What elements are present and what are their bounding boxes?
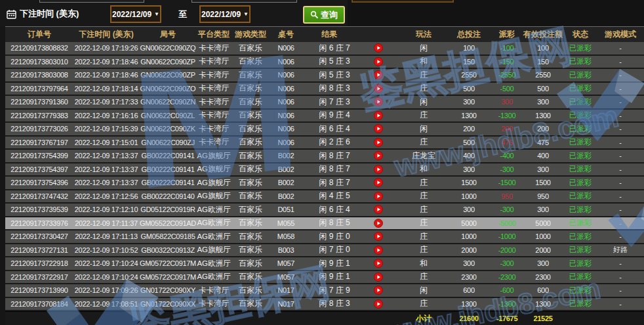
- game-type-cell: 百家乐: [231, 298, 270, 309]
- platform-type-cell: 卡卡湾厅: [197, 286, 231, 295]
- payout-cell: -150: [492, 58, 522, 66]
- platform-type-cell: AG旗舰厅: [197, 178, 231, 188]
- game-type-cell: 百家乐: [231, 163, 270, 175]
- table-row[interactable]: 221209173791360 2022-12-09 17:17:33 GN00…: [5, 96, 644, 110]
- replay-play-icon[interactable]: [374, 138, 383, 147]
- replay-play-icon[interactable]: [374, 57, 383, 66]
- toolbar-background-panel: [348, 0, 644, 26]
- replay-play-icon[interactable]: [374, 286, 383, 295]
- date-from-select[interactable]: 2022/12/09 ▼: [110, 5, 161, 23]
- replay-play-icon[interactable]: [374, 205, 383, 214]
- bet-time-filter-label: 下注时间 (美东): [7, 8, 79, 20]
- play-method-cell: 闲: [401, 97, 446, 108]
- valid-bet-cell: 300: [522, 165, 564, 173]
- table-row[interactable]: 221209173730427 2022-12-09 17:11:13 GM05…: [5, 230, 644, 244]
- replay-play-icon[interactable]: [374, 84, 383, 93]
- total-bet-cell: 150: [446, 58, 492, 66]
- play-method-cell: 庄: [401, 217, 446, 228]
- table-row[interactable]: 221209173739539 2022-12-09 17:12:10 GD05…: [5, 204, 644, 217]
- replay-play-icon[interactable]: [374, 111, 383, 120]
- table-row[interactable]: 221209173754396 2022-12-09 17:13:37 GB00…: [5, 177, 644, 190]
- table-row[interactable]: 221209173722918 2022-12-09 17:10:24 GM05…: [5, 257, 644, 271]
- replay-play-icon[interactable]: [374, 178, 383, 187]
- round-number-cell: GN00622C090ZP: [139, 58, 197, 66]
- result-cell: 闲 5 庄 3: [302, 56, 401, 67]
- replay-play-icon[interactable]: [374, 124, 383, 133]
- table-row[interactable]: 221209173779383 2022-12-09 17:16:16 GN00…: [5, 110, 644, 123]
- replay-play-icon[interactable]: [374, 246, 383, 255]
- play-method-cell: 庄: [401, 244, 446, 255]
- replay-play-icon[interactable]: [374, 299, 383, 309]
- payout-cell: -5000: [492, 219, 522, 227]
- table-row[interactable]: 221209173733976 2022-12-09 17:11:37 GM05…: [5, 217, 644, 231]
- game-mode-cell: -: [597, 300, 644, 308]
- valid-bet-cell: 150: [522, 58, 564, 66]
- replay-play-icon[interactable]: [374, 165, 383, 174]
- order-number-cell: 221209173754399: [5, 152, 73, 160]
- total-bet-cell: 400: [446, 152, 492, 160]
- round-number-cell: GB00222C09141: [139, 165, 197, 173]
- valid-bet-cell: 2300: [522, 273, 564, 281]
- replay-play-icon[interactable]: [374, 192, 383, 201]
- table-row[interactable]: 221209173708184 2022-12-09 17:08:51 GN01…: [5, 298, 644, 312]
- table-row[interactable]: 221209173754399 2022-12-09 17:13:37 GB00…: [5, 150, 644, 163]
- table-number-cell: B002: [270, 165, 302, 173]
- table-row[interactable]: 221209173747432 2022-12-09 17:12:56 GB00…: [5, 190, 644, 204]
- bet-time-cell: 2022-12-09 17:11:13: [73, 232, 139, 240]
- status-badge: 已派彩: [564, 56, 597, 66]
- column-header: 游戏类型: [231, 29, 270, 40]
- game-mode-cell: -: [597, 232, 644, 240]
- play-method-cell: 和: [401, 258, 446, 269]
- date-to-select[interactable]: 2022/12/09 ▼: [199, 5, 251, 23]
- column-header: 结果: [302, 29, 401, 40]
- game-type-cell: 百家乐: [231, 204, 270, 215]
- game-type-cell: 百家乐: [231, 70, 270, 81]
- replay-play-icon[interactable]: [374, 70, 383, 79]
- replay-play-icon[interactable]: [374, 97, 383, 106]
- bet-time-cell: 2022-12-09 17:12:10: [73, 206, 139, 213]
- table-row[interactable]: 221209173767197 2022-12-09 17:15:01 GN00…: [5, 137, 644, 150]
- platform-type-cell: AG旗舰厅: [197, 151, 231, 161]
- round-number-cell: GN00622C090ZO: [139, 85, 197, 93]
- replay-play-icon[interactable]: [374, 232, 383, 241]
- result-text: 闲 5 庄 3: [302, 56, 367, 67]
- table-row[interactable]: 221209173797964 2022-12-09 17:18:14 GN00…: [5, 83, 644, 97]
- table-number-cell: N017: [270, 286, 302, 294]
- bet-time-filter-text: 下注时间 (美东): [20, 8, 79, 20]
- replay-play-icon[interactable]: [374, 219, 383, 228]
- status-badge: 已派彩: [564, 245, 597, 255]
- total-bet-cell: 1000: [446, 232, 492, 240]
- result-cell: 闲 7 庄 0: [302, 244, 401, 255]
- result-text: 闲 7 庄 9: [302, 285, 367, 296]
- replay-play-icon[interactable]: [374, 272, 383, 282]
- replay-play-icon[interactable]: [374, 43, 383, 53]
- replay-play-icon[interactable]: [374, 259, 383, 268]
- order-number-cell: 221209173779383: [5, 112, 73, 119]
- order-number-cell: 221209173730427: [5, 232, 73, 240]
- game-type-cell: 百家乐: [231, 137, 270, 148]
- table-row[interactable]: 221209173754397 2022-12-09 17:13:37 GB00…: [5, 163, 644, 177]
- table-row[interactable]: 221209173727131 2022-12-09 17:10:52 GB00…: [5, 244, 644, 258]
- cropped-input-top-3: [352, 0, 454, 3]
- round-number-cell: GB00222C09141: [139, 152, 197, 160]
- replay-play-icon[interactable]: [374, 151, 383, 160]
- table-row[interactable]: 221209173713990 2022-12-09 17:09:26 GN01…: [5, 284, 644, 298]
- game-type-cell: 百家乐: [231, 177, 270, 188]
- status-badge: 已派彩: [564, 191, 597, 201]
- game-mode-cell: -: [597, 259, 644, 267]
- table-row[interactable]: 221209173808832 2022-12-09 17:19:26 GN00…: [5, 42, 644, 56]
- table-number-cell: D051: [270, 206, 302, 213]
- query-button[interactable]: 查询: [303, 6, 345, 24]
- table-row[interactable]: 221209173803008 2022-12-09 17:18:46 GN00…: [5, 69, 644, 83]
- result-text: 闲 9 庄 1: [302, 258, 367, 269]
- result-cell: 闲 6 庄 4: [302, 204, 401, 215]
- table-row[interactable]: 221209173803010 2022-12-09 17:18:46 GN00…: [5, 56, 644, 70]
- calendar-icon: [7, 9, 16, 19]
- table-row[interactable]: 221209173722917 2022-12-09 17:10:24 GM05…: [5, 271, 644, 285]
- bet-time-cell: 2022-12-09 17:18:14: [73, 85, 139, 93]
- order-number-cell: 221209173773026: [5, 125, 73, 133]
- table-row[interactable]: 221209173773026 2022-12-09 17:15:39 GN00…: [5, 123, 644, 137]
- total-bet-cell: 300: [446, 165, 492, 173]
- round-number-cell: GM05522C091AD: [139, 219, 197, 227]
- column-header: 总投注: [446, 29, 492, 40]
